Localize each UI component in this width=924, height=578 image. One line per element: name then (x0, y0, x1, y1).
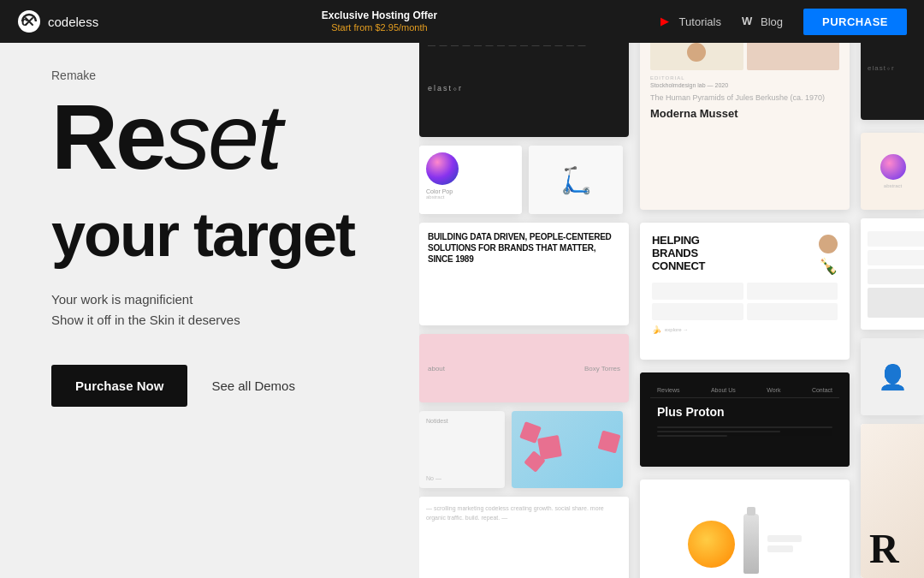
demo-card-plus-proton: Reviews About Us Work Contact Plus Proto… (640, 372, 850, 467)
hero-subtext: Your work is magnificient Show it off in… (51, 289, 376, 331)
building-data-title: BUILDING DATA DRIVEN, PEOPLE-CENTERED SO… (428, 231, 620, 265)
demo-card-dark-nav: — — — — — — — — — — — — — — elast⬦r (419, 43, 629, 137)
demo-card-helping-brands: HELPING BRANDS CONNECT 🍾 🍌 explore → (640, 223, 850, 360)
youtube-icon: ▶ (660, 15, 674, 28)
hero-heading-set: set (164, 85, 280, 188)
helping-brands-title: HELPING BRANDS CONNECT (652, 235, 737, 273)
demo-card-footer-text: — scrolling marketing codeless creating … (419, 497, 629, 578)
navbar-brand: c codeless (17, 9, 98, 33)
wordpress-icon: W (742, 15, 755, 28)
blog-label: Blog (761, 15, 783, 28)
orange-icon (688, 521, 735, 568)
sphere-gradient (426, 152, 459, 185)
blog-link[interactable]: W Blog (742, 15, 783, 28)
hero-line2: your target (51, 204, 376, 265)
demo-card-3d-shapes (512, 411, 623, 488)
bottle-icon (743, 514, 759, 574)
main-content: Remake Reset your target Your work is ma… (0, 0, 924, 578)
hero-heading-re: Re (51, 85, 164, 188)
hero-section: Remake Reset your target Your work is ma… (0, 43, 419, 578)
demo-card-warm-small: abstract (861, 133, 924, 210)
card-elastr-text: elast⬦r (428, 84, 620, 92)
scooter-icon: 🛴 (550, 158, 601, 201)
hero-sub-line1: Your work is magnificient (51, 289, 376, 310)
demo-card-dark-right: — — — — — — — — — elast⬦r (861, 43, 924, 120)
demo-grid: — — — — — — — — — — — — — — elast⬦r Colo… (419, 43, 924, 578)
demo-card-cosmetics (640, 480, 850, 578)
demo-card-grey-small: Notidest No — (419, 411, 505, 488)
navbar-purchase-button[interactable]: PURCHASE (803, 9, 907, 35)
remake-label: Remake (51, 69, 376, 82)
demo-card-moderna-musset: EDITORIAL Stockholmdesign lab — 2020 The… (640, 43, 850, 210)
hosting-offer: Exclusive Hosting Offer Start from $2.95… (322, 9, 437, 33)
purchase-now-button[interactable]: Purchase Now (51, 365, 187, 407)
demo-card-sirio-berat: Sirio Berat R (861, 424, 924, 578)
svg-text:c: c (21, 15, 28, 28)
demo-card-shelf (861, 218, 924, 330)
hero-sub-line2: Show it off in the Skin it deserves (51, 310, 376, 331)
codeless-logo-icon: c (17, 9, 41, 33)
perfume-bottle-icon: 🍾 (819, 257, 838, 276)
editorial-label: EDITORIAL (650, 75, 839, 80)
demo-card-scooter: 🛴 (529, 146, 623, 214)
see-all-demos-link[interactable]: See all Demos (211, 378, 295, 393)
tutorials-link[interactable]: ▶ Tutorials (660, 15, 721, 28)
navbar: c codeless Exclusive Hosting Offer Start… (0, 0, 924, 43)
offer-title: Exclusive Hosting Offer (322, 9, 437, 21)
r-letter: R (869, 528, 899, 569)
tutorials-label: Tutorials (679, 15, 721, 28)
plus-proton-title: Plus Proton (657, 405, 832, 420)
demo-card-building-data: BUILDING DATA DRIVEN, PEOPLE-CENTERED SO… (419, 223, 629, 325)
offer-subtitle: Start from $2.95/month (331, 22, 428, 33)
hero-heading: Reset (51, 91, 376, 183)
demo-card-grey-2: 👤 (861, 338, 924, 415)
nav-links: ▶ Tutorials W Blog PURCHASE (660, 9, 907, 35)
demo-card-sphere: Color Pop abstract (419, 146, 522, 214)
demo-card-pink: about Boxy Torres (419, 334, 629, 402)
logo-text: codeless (48, 15, 98, 29)
moderna-musset-title: Moderna Musset (650, 107, 839, 120)
cta-row: Purchase Now See all Demos (51, 365, 376, 407)
